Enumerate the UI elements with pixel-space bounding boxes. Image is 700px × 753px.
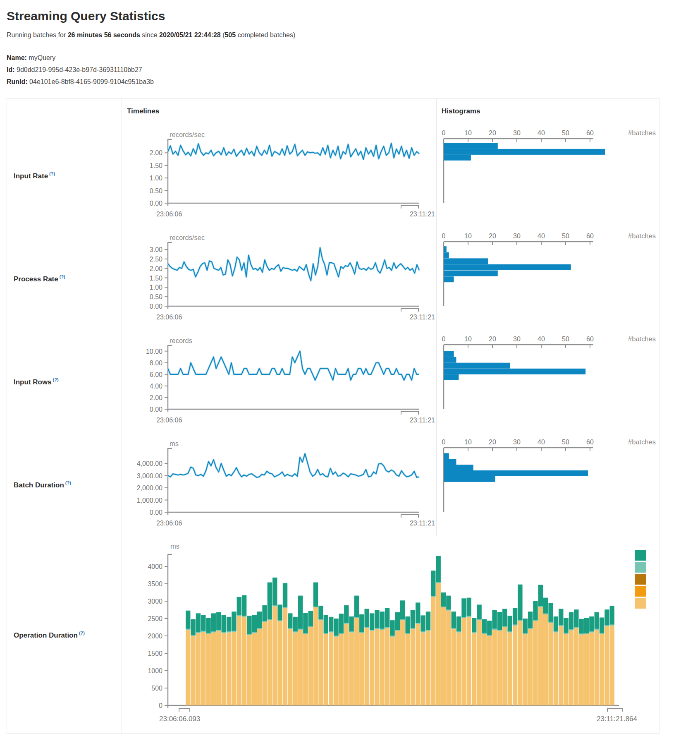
svg-text:10.00: 10.00 xyxy=(146,348,162,355)
svg-text:2,000.00: 2,000.00 xyxy=(137,484,162,492)
svg-text:2.00: 2.00 xyxy=(150,394,162,401)
query-id-line: Id: 9d0dd219-995d-423e-b97d-36931110bb27 xyxy=(7,64,693,76)
svg-text:1000: 1000 xyxy=(148,667,162,674)
batch-duration-row: Batch Duration(?) ms4,000.003,000.002,00… xyxy=(7,433,659,536)
svg-text:23:06:06.093: 23:06:06.093 xyxy=(159,715,200,723)
svg-text:3500: 3500 xyxy=(148,580,162,588)
svg-text:#batches: #batches xyxy=(628,232,656,240)
svg-text:40: 40 xyxy=(538,233,545,240)
streaming-statistics-page: Streaming Query Statistics Running batch… xyxy=(0,0,700,734)
svg-text:1.00: 1.00 xyxy=(150,175,162,182)
summary-start-time: 2020/05/21 22:44:28 xyxy=(159,31,221,38)
svg-text:0: 0 xyxy=(442,336,446,343)
svg-text:40: 40 xyxy=(538,336,545,343)
svg-text:60: 60 xyxy=(586,129,594,137)
svg-text:30: 30 xyxy=(513,336,521,343)
svg-text:2.00: 2.00 xyxy=(150,150,162,157)
svg-text:0.00: 0.00 xyxy=(150,509,162,516)
input-rate-timeline-chart: records/sec2.001.501.000.500.0023:06:062… xyxy=(122,125,436,226)
svg-text:30: 30 xyxy=(513,233,521,240)
statistics-table: Timelines Histograms Input Rate(?) recor… xyxy=(7,98,659,734)
query-meta: Name: myQuery Id: 9d0dd219-995d-423e-b97… xyxy=(7,52,693,88)
svg-text:2000: 2000 xyxy=(148,633,162,640)
svg-text:2500: 2500 xyxy=(148,615,162,622)
svg-text:#batches: #batches xyxy=(628,438,656,446)
svg-text:1,000.00: 1,000.00 xyxy=(137,497,162,504)
input-rate-help-icon[interactable]: (?) xyxy=(49,171,55,176)
process-rate-histogram-chart: 0102030405060#batches xyxy=(437,228,659,329)
page-title: Streaming Query Statistics xyxy=(7,9,693,23)
svg-text:#batches: #batches xyxy=(628,129,656,137)
svg-text:60: 60 xyxy=(586,233,594,240)
svg-text:records/sec: records/sec xyxy=(170,234,205,241)
svg-text:23:06:06: 23:06:06 xyxy=(156,520,182,527)
svg-text:3,000.00: 3,000.00 xyxy=(137,472,162,480)
svg-text:50: 50 xyxy=(562,336,569,343)
svg-text:4000: 4000 xyxy=(148,563,162,570)
input-rows-label: Input Rows(?) xyxy=(7,377,122,386)
query-runid-label: RunId: xyxy=(7,78,28,85)
table-header-row: Timelines Histograms xyxy=(7,99,659,124)
batch-duration-help-icon[interactable]: (?) xyxy=(65,480,71,485)
svg-text:23:11:21: 23:11:21 xyxy=(410,520,435,527)
svg-text:0: 0 xyxy=(442,439,446,446)
svg-text:ms: ms xyxy=(170,542,179,550)
timelines-column-header: Timelines xyxy=(122,107,436,115)
svg-text:60: 60 xyxy=(586,336,594,343)
svg-text:20: 20 xyxy=(489,129,496,137)
input-rate-histogram-chart: 0102030405060#batches xyxy=(437,125,659,226)
process-rate-row: Process Rate(?) records/sec3.002.502.001… xyxy=(7,227,659,330)
svg-text:40: 40 xyxy=(538,439,545,446)
svg-text:3.00: 3.00 xyxy=(150,247,162,254)
svg-text:#batches: #batches xyxy=(628,335,656,343)
svg-text:0.00: 0.00 xyxy=(150,303,162,310)
svg-text:23:11:21: 23:11:21 xyxy=(410,211,435,218)
svg-text:20: 20 xyxy=(489,439,496,446)
svg-text:23:06:06: 23:06:06 xyxy=(156,417,182,424)
svg-text:records/sec: records/sec xyxy=(170,131,205,138)
histograms-column-header: Histograms xyxy=(437,107,659,115)
svg-text:4,000.00: 4,000.00 xyxy=(137,460,162,467)
svg-text:10: 10 xyxy=(464,129,472,137)
batch-duration-timeline-chart: ms4,000.003,000.002,000.001,000.000.0023… xyxy=(122,434,436,535)
operation-duration-label: Operation Duration(?) xyxy=(7,631,122,640)
query-name-label: Name: xyxy=(7,54,27,61)
svg-text:0: 0 xyxy=(442,233,446,240)
svg-text:1.50: 1.50 xyxy=(150,162,162,169)
batch-duration-histogram-chart: 0102030405060#batches xyxy=(437,434,659,535)
summary-duration: 26 minutes 56 seconds xyxy=(68,31,140,38)
svg-text:10: 10 xyxy=(464,336,472,343)
input-rate-row: Input Rate(?) records/sec2.001.501.000.5… xyxy=(7,124,659,227)
svg-text:23:11:21: 23:11:21 xyxy=(410,417,435,424)
svg-text:10: 10 xyxy=(464,233,472,240)
query-id-label: Id: xyxy=(7,66,15,73)
svg-text:50: 50 xyxy=(562,233,569,240)
svg-text:20: 20 xyxy=(489,336,496,343)
query-id-value: 9d0dd219-995d-423e-b97d-36931110bb27 xyxy=(17,66,142,73)
svg-text:10: 10 xyxy=(464,439,472,446)
running-batches-summary: Running batches for 26 minutes 56 second… xyxy=(7,31,693,39)
svg-text:0.50: 0.50 xyxy=(150,187,162,194)
svg-text:23:06:06: 23:06:06 xyxy=(156,211,182,218)
input-rows-row: Input Rows(?) records10.008.006.004.002.… xyxy=(7,330,659,433)
svg-text:8.00: 8.00 xyxy=(150,360,162,367)
svg-text:0: 0 xyxy=(159,702,162,709)
process-rate-label: Process Rate(?) xyxy=(7,274,122,283)
process-rate-timeline-chart: records/sec3.002.502.001.501.000.500.002… xyxy=(122,228,436,329)
batch-duration-label: Batch Duration(?) xyxy=(7,480,122,489)
query-runid-line: RunId: 04e101e6-8bf8-4165-9099-9104c951b… xyxy=(7,76,693,88)
svg-text:4.00: 4.00 xyxy=(150,383,162,390)
operation-duration-help-icon[interactable]: (?) xyxy=(79,631,85,635)
svg-text:30: 30 xyxy=(513,439,521,446)
svg-text:23:11:21: 23:11:21 xyxy=(410,314,435,321)
svg-text:1.50: 1.50 xyxy=(150,275,162,282)
process-rate-help-icon[interactable]: (?) xyxy=(60,274,65,279)
query-runid-value: 04e101e6-8bf8-4165-9099-9104c951ba3b xyxy=(29,78,154,85)
summary-since: since xyxy=(142,31,157,38)
query-name-value: myQuery xyxy=(29,54,55,61)
svg-text:6.00: 6.00 xyxy=(150,371,162,378)
input-rows-help-icon[interactable]: (?) xyxy=(53,377,59,382)
svg-text:0.00: 0.00 xyxy=(150,200,162,207)
svg-text:50: 50 xyxy=(562,129,569,137)
svg-text:1.00: 1.00 xyxy=(150,284,162,291)
